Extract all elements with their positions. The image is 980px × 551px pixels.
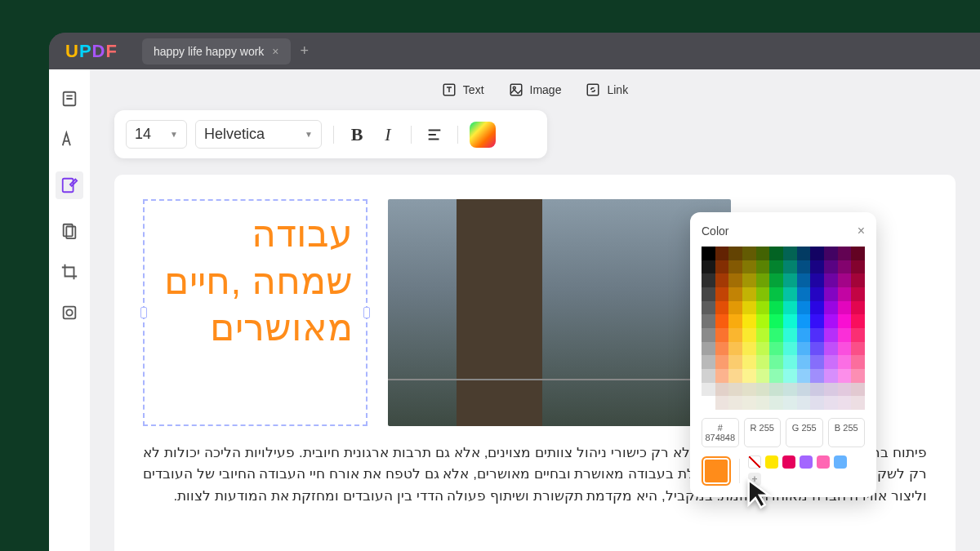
color-swatch[interactable] — [702, 247, 715, 260]
color-swatch[interactable] — [702, 355, 715, 369]
color-swatch[interactable] — [715, 287, 729, 301]
color-swatch[interactable] — [783, 260, 797, 274]
color-swatch[interactable] — [783, 301, 797, 315]
color-swatch[interactable] — [715, 328, 729, 342]
color-swatch[interactable] — [824, 355, 838, 369]
reader-icon[interactable] — [60, 90, 78, 108]
color-swatch[interactable] — [728, 287, 742, 301]
color-swatch[interactable] — [797, 301, 811, 315]
color-swatch[interactable] — [797, 328, 811, 342]
new-tab-button[interactable]: + — [301, 42, 310, 60]
color-swatch[interactable] — [797, 287, 811, 301]
color-swatch[interactable] — [838, 314, 852, 328]
color-swatch[interactable] — [702, 260, 715, 274]
color-swatch[interactable] — [702, 383, 715, 397]
color-swatch[interactable] — [756, 355, 770, 369]
edit-icon[interactable] — [56, 171, 83, 199]
document-image[interactable] — [388, 199, 731, 426]
color-swatch[interactable] — [824, 369, 838, 383]
color-swatch[interactable] — [838, 355, 852, 369]
color-swatch[interactable] — [824, 260, 838, 274]
color-swatch[interactable] — [742, 342, 756, 356]
italic-button[interactable]: I — [376, 123, 399, 146]
resize-handle-left[interactable] — [140, 307, 147, 318]
color-swatch[interactable] — [851, 260, 865, 274]
color-swatch[interactable] — [783, 369, 797, 383]
color-swatch[interactable] — [783, 314, 797, 328]
document-tab[interactable]: happy life happy work × — [142, 38, 291, 64]
close-tab-icon[interactable]: × — [272, 45, 278, 58]
color-swatch[interactable] — [838, 396, 852, 410]
color-swatch[interactable] — [824, 273, 838, 287]
color-swatch[interactable] — [810, 355, 824, 369]
color-swatch[interactable] — [715, 383, 729, 397]
color-swatch[interactable] — [797, 369, 811, 383]
color-swatch[interactable] — [756, 287, 770, 301]
color-swatch[interactable] — [851, 273, 865, 287]
color-swatch[interactable] — [742, 273, 756, 287]
color-swatch[interactable] — [702, 369, 715, 383]
color-swatch[interactable] — [702, 342, 715, 356]
color-swatch[interactable] — [797, 260, 811, 274]
color-swatch[interactable] — [742, 314, 756, 328]
color-swatch[interactable] — [838, 260, 852, 274]
title-text[interactable]: עבודה שמחה ,חיים מאושרים — [158, 211, 353, 352]
color-swatch[interactable] — [824, 287, 838, 301]
color-swatch[interactable] — [728, 273, 742, 287]
color-swatch[interactable] — [756, 383, 770, 397]
color-grid[interactable] — [702, 247, 865, 410]
color-swatch[interactable] — [728, 383, 742, 397]
align-left-button[interactable] — [423, 123, 446, 146]
color-swatch[interactable] — [756, 247, 770, 260]
color-swatch[interactable] — [742, 260, 756, 274]
color-swatch[interactable] — [715, 342, 729, 356]
preset-swatch[interactable] — [765, 455, 778, 469]
color-swatch[interactable] — [851, 355, 865, 369]
color-swatch[interactable] — [851, 342, 865, 356]
color-swatch[interactable] — [742, 396, 756, 410]
b-input[interactable]: B 255 — [828, 418, 866, 447]
color-swatch[interactable] — [756, 396, 770, 410]
color-swatch[interactable] — [824, 396, 838, 410]
color-swatch[interactable] — [756, 301, 770, 315]
color-swatch[interactable] — [838, 328, 852, 342]
color-swatch[interactable] — [824, 342, 838, 356]
link-tool-button[interactable]: Link — [586, 82, 628, 97]
color-swatch[interactable] — [838, 287, 852, 301]
color-swatch[interactable] — [756, 342, 770, 356]
color-swatch[interactable] — [769, 342, 783, 356]
crop-icon[interactable] — [60, 263, 78, 281]
color-swatch[interactable] — [769, 260, 783, 274]
color-swatch[interactable] — [810, 328, 824, 342]
color-swatch[interactable] — [728, 328, 742, 342]
color-swatch[interactable] — [756, 273, 770, 287]
color-swatch[interactable] — [728, 260, 742, 274]
organize-icon[interactable] — [60, 222, 78, 240]
color-swatch[interactable] — [715, 369, 729, 383]
color-swatch[interactable] — [756, 369, 770, 383]
color-swatch[interactable] — [702, 396, 715, 410]
color-swatch[interactable] — [715, 314, 729, 328]
color-swatch[interactable] — [838, 301, 852, 315]
color-swatch[interactable] — [810, 396, 824, 410]
comment-icon[interactable] — [60, 131, 78, 149]
color-swatch[interactable] — [783, 342, 797, 356]
color-swatch[interactable] — [783, 328, 797, 342]
color-swatch[interactable] — [851, 314, 865, 328]
color-swatch[interactable] — [797, 342, 811, 356]
color-swatch[interactable] — [769, 273, 783, 287]
color-swatch[interactable] — [838, 273, 852, 287]
g-input[interactable]: G 255 — [786, 418, 823, 447]
no-color-swatch[interactable] — [748, 455, 761, 469]
color-swatch[interactable] — [797, 314, 811, 328]
color-swatch[interactable] — [756, 314, 770, 328]
color-swatch[interactable] — [810, 314, 824, 328]
color-swatch[interactable] — [851, 301, 865, 315]
color-swatch[interactable] — [769, 314, 783, 328]
color-swatch[interactable] — [810, 342, 824, 356]
color-swatch[interactable] — [702, 273, 715, 287]
color-swatch[interactable] — [783, 287, 797, 301]
color-swatch[interactable] — [769, 287, 783, 301]
color-swatch[interactable] — [783, 273, 797, 287]
color-swatch[interactable] — [838, 342, 852, 356]
